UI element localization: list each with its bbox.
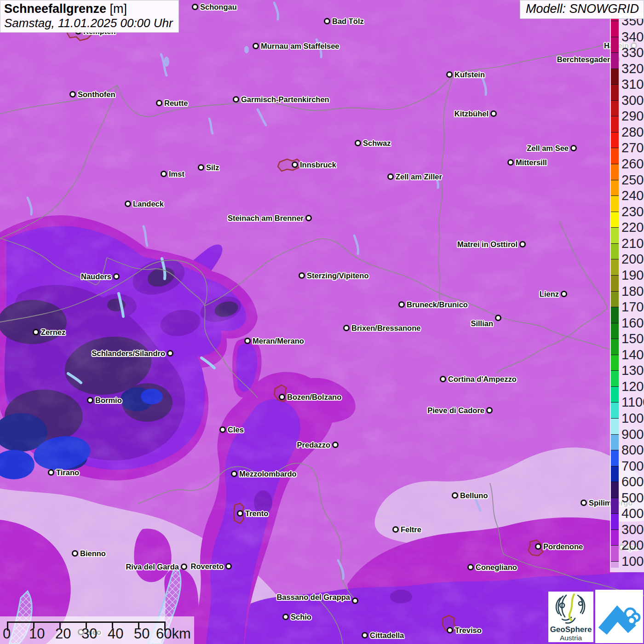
- legend-segment: [611, 116, 619, 132]
- city-label: Riva del Garda: [126, 562, 179, 572]
- legend-segment: [611, 545, 619, 561]
- city-label: Meran/Merano: [253, 336, 304, 346]
- city-marker-icon: [398, 301, 405, 308]
- city-label: Matrei in Osttirol: [457, 239, 518, 249]
- page-title: Schneefallgrenze [m]: [4, 1, 173, 16]
- city-label: Predazzo: [297, 440, 330, 450]
- legend-segment: [611, 21, 619, 37]
- legend-segment: [611, 307, 619, 323]
- city-marker-icon: [253, 43, 259, 49]
- city-marker-icon: [535, 543, 541, 550]
- city-marker-icon: [279, 394, 285, 400]
- legend-tick-label: 1600: [621, 316, 644, 330]
- legend-tick-label: 2200: [621, 220, 644, 234]
- legend-segment: [611, 386, 619, 402]
- city-marker-icon: [282, 614, 289, 620]
- title-datetime: Samstag, 11.01.2025 00:00 Uhr: [4, 16, 173, 30]
- city-marker-icon: [219, 426, 226, 433]
- scale-label: 60km: [156, 626, 191, 642]
- city-marker-icon: [72, 550, 78, 557]
- legend-segment: [611, 148, 619, 164]
- legend-segment: [611, 323, 619, 339]
- city-label: Imst: [169, 169, 184, 179]
- legend-segment: [611, 482, 619, 498]
- legend-tick-label: 2400: [621, 189, 644, 202]
- legend-segment: [611, 434, 619, 450]
- legend-segment: [611, 196, 619, 212]
- city-label: Sterzing/Vipiteno: [307, 270, 368, 281]
- city-marker-icon: [167, 350, 173, 356]
- legend-segment: [611, 52, 619, 69]
- legend-segment: [611, 275, 619, 291]
- city-marker-icon: [495, 315, 501, 321]
- city-label: Schwaz: [363, 138, 391, 148]
- legend-segment: [611, 498, 619, 514]
- legend-tick-label: 3400: [621, 30, 644, 44]
- city-label: Bassano del Grappa: [276, 592, 350, 602]
- legend-tick-label: 2100: [621, 236, 644, 250]
- city-label: Cles: [228, 425, 244, 435]
- legend-tick-label: 1200: [621, 380, 644, 393]
- city-label: Zernez: [41, 327, 65, 337]
- city-marker-icon: [490, 110, 497, 117]
- city-label: Lienz: [540, 289, 559, 299]
- scale-label: 0: [3, 626, 11, 642]
- city-marker-icon: [87, 397, 93, 403]
- legend-tick-label: 2600: [621, 157, 644, 171]
- geosphere-country: Austria: [548, 634, 593, 642]
- city-label: Sillian: [471, 318, 493, 328]
- legend-tick-label: 2900: [621, 109, 644, 123]
- city-marker-icon: [48, 469, 54, 476]
- title-unit: [m]: [110, 2, 127, 16]
- city-label: Cittadella: [370, 630, 404, 640]
- city-label: Bozen/Bolzano: [287, 392, 341, 402]
- legend-tick-label: 2500: [621, 173, 644, 187]
- legend-tick-label: 2000: [621, 252, 644, 266]
- legend-segment: [611, 370, 619, 386]
- legend-tick-label: 100: [621, 554, 644, 568]
- partner-logo-box: [595, 590, 643, 643]
- city-label: Schio: [291, 612, 311, 622]
- legend-tick-label: 800: [621, 443, 644, 457]
- city-label: Kufstein: [454, 69, 485, 80]
- scale-label: 40: [108, 626, 123, 642]
- city-label: Mezzolombardo: [239, 469, 297, 479]
- city-marker-icon: [452, 492, 458, 499]
- city-marker-icon: [181, 564, 187, 570]
- legend-tick-label: 1500: [621, 332, 644, 345]
- city-marker-icon: [305, 215, 312, 221]
- city-label: Trento: [245, 508, 268, 518]
- city-label: Innsbruck: [300, 160, 336, 170]
- city-label: Steinach am Brenner: [228, 213, 304, 223]
- city-label: Kitzbühel: [454, 109, 489, 119]
- city-label: Feltre: [401, 524, 421, 535]
- legend-segment: [611, 513, 619, 529]
- scale-label: 30: [81, 626, 97, 642]
- legend-segment: [611, 450, 619, 466]
- city-marker-icon: [113, 273, 120, 280]
- city-label: Bad Tölz: [332, 16, 364, 26]
- legend-segment: [611, 132, 619, 148]
- legend-segment: [611, 164, 619, 180]
- city-label: Schlanders/Silandro: [92, 348, 165, 358]
- city-marker-icon: [156, 100, 162, 106]
- city-marker-icon: [362, 632, 368, 638]
- legend-tick-label: 200: [621, 538, 644, 552]
- legend-segment: [611, 100, 619, 116]
- scale-label: 50: [134, 626, 150, 642]
- legend-tick-label: 400: [621, 506, 644, 520]
- city-marker-icon: [231, 471, 237, 477]
- geosphere-logo-box: GeoSphere Austria: [548, 592, 593, 642]
- city-label: Reutte: [164, 98, 188, 108]
- scale-label: 10: [29, 626, 45, 642]
- city-label: Landeck: [133, 199, 164, 209]
- legend-segment: [611, 69, 619, 85]
- legend-tick-label: 3300: [621, 46, 644, 59]
- city-label: Bruneck/Brunico: [407, 299, 468, 310]
- legend-segment: [611, 418, 619, 434]
- city-marker-icon: [244, 338, 251, 344]
- title-box: Schneefallgrenze [m] Samstag, 11.01.2025…: [0, 0, 179, 33]
- weather-map-page: SchongauBad TölzKemptenMurnau am Staffel…: [0, 0, 644, 644]
- city-label: Brixen/Bressanone: [351, 323, 420, 333]
- city-marker-icon: [343, 325, 350, 331]
